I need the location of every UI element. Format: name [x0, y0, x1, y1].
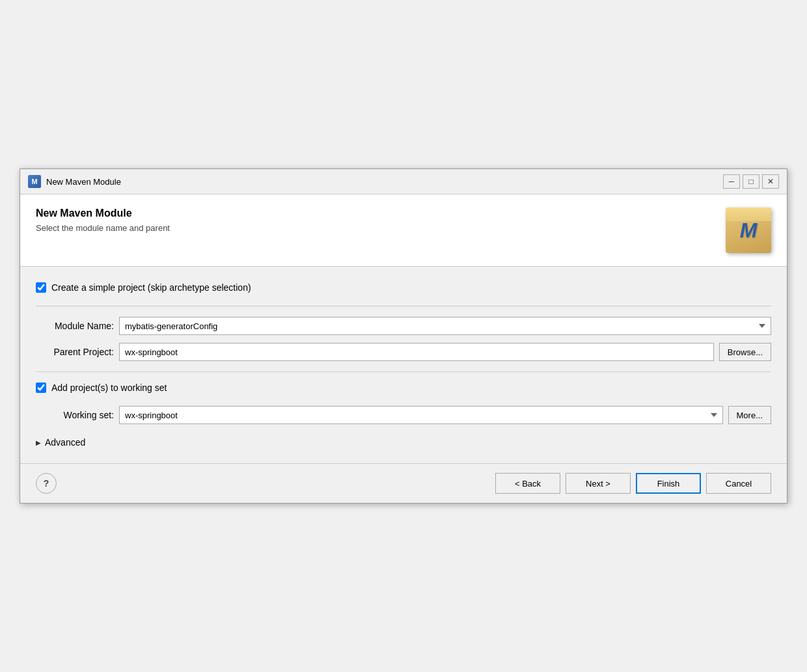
- maximize-button[interactable]: □: [743, 174, 759, 189]
- title-bar: M New Maven Module ─ □ ✕: [20, 169, 787, 195]
- maven-logo: M: [726, 208, 771, 253]
- help-button[interactable]: ?: [36, 473, 57, 494]
- parent-project-row: Parent Project: Browse...: [36, 343, 771, 361]
- chevron-right-icon: ▶: [36, 439, 41, 446]
- window-icon: M: [28, 175, 41, 188]
- parent-project-label: Parent Project:: [36, 347, 114, 357]
- footer-buttons: < Back Next > Finish Cancel: [495, 473, 771, 494]
- working-set-row: Working set: wx-springboot More...: [36, 406, 771, 424]
- dialog-title: New Maven Module: [36, 208, 170, 219]
- header-text: New Maven Module Select the module name …: [36, 208, 170, 233]
- close-button[interactable]: ✕: [762, 174, 779, 189]
- add-working-set-label: Add project(s) to working set: [51, 383, 167, 393]
- module-name-label: Module Name:: [36, 321, 114, 331]
- finish-button[interactable]: Finish: [636, 473, 701, 494]
- module-name-row: Module Name: mybatis-generatorConfig: [36, 317, 771, 335]
- maven-m-letter: M: [740, 219, 758, 243]
- add-to-working-set-row: Add project(s) to working set: [36, 383, 771, 393]
- advanced-toggle[interactable]: ▶ Advanced: [36, 437, 771, 448]
- browse-button[interactable]: Browse...: [719, 343, 771, 361]
- working-set-label: Working set:: [36, 410, 114, 420]
- more-button[interactable]: More...: [728, 406, 771, 424]
- advanced-section: ▶ Advanced: [36, 437, 771, 448]
- next-button[interactable]: Next >: [566, 473, 631, 494]
- parent-project-input[interactable]: [119, 343, 714, 361]
- window-controls: ─ □ ✕: [723, 174, 779, 189]
- window-title: New Maven Module: [46, 177, 718, 187]
- add-working-set-checkbox[interactable]: [36, 383, 46, 393]
- dialog-content: Create a simple project (skip archetype …: [20, 267, 787, 463]
- back-button[interactable]: < Back: [495, 473, 560, 494]
- minimize-button[interactable]: ─: [723, 174, 740, 189]
- create-simple-project-row: Create a simple project (skip archetype …: [36, 282, 771, 293]
- advanced-label: Advanced: [45, 437, 85, 448]
- working-set-section: Add project(s) to working set Working se…: [36, 383, 771, 424]
- dialog-subtitle: Select the module name and parent: [36, 223, 170, 233]
- dialog-header: New Maven Module Select the module name …: [20, 195, 787, 267]
- help-area: ?: [36, 473, 57, 494]
- create-simple-project-checkbox[interactable]: [36, 282, 46, 293]
- dialog-footer: ? < Back Next > Finish Cancel: [20, 463, 787, 503]
- cancel-button[interactable]: Cancel: [706, 473, 771, 494]
- separator-1: [36, 306, 771, 306]
- new-maven-module-dialog: M New Maven Module ─ □ ✕ New Maven Modul…: [20, 168, 787, 504]
- create-simple-project-label: Create a simple project (skip archetype …: [51, 282, 251, 293]
- separator-2: [36, 371, 771, 372]
- working-set-select[interactable]: wx-springboot: [119, 406, 723, 424]
- module-name-select[interactable]: mybatis-generatorConfig: [119, 317, 771, 335]
